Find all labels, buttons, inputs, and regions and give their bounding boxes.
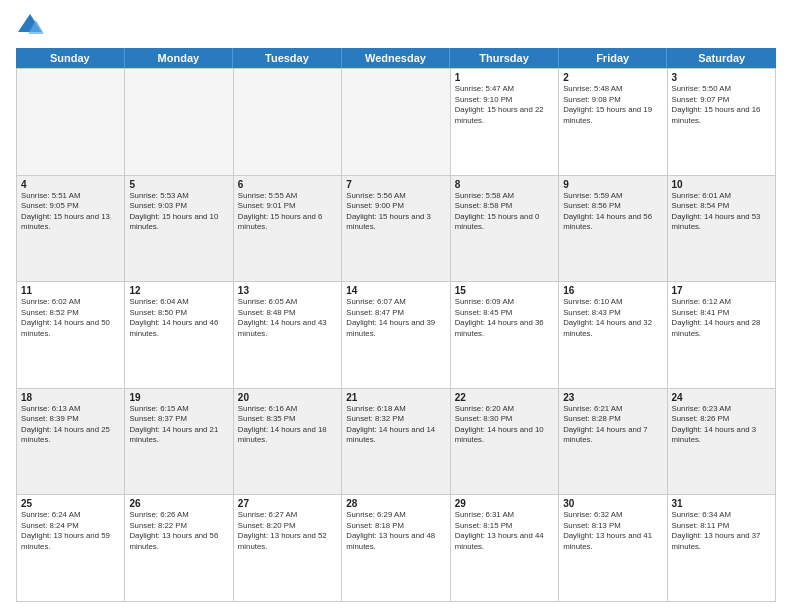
day-info: Sunrise: 5:53 AM Sunset: 9:03 PM Dayligh…	[129, 191, 228, 233]
day-number: 27	[238, 498, 337, 509]
day-number: 5	[129, 179, 228, 190]
calendar-cell: 13Sunrise: 6:05 AM Sunset: 8:48 PM Dayli…	[234, 282, 342, 389]
day-number: 2	[563, 72, 662, 83]
day-info: Sunrise: 6:29 AM Sunset: 8:18 PM Dayligh…	[346, 510, 445, 552]
day-info: Sunrise: 6:02 AM Sunset: 8:52 PM Dayligh…	[21, 297, 120, 339]
day-number: 28	[346, 498, 445, 509]
header	[16, 12, 776, 40]
calendar-cell: 26Sunrise: 6:26 AM Sunset: 8:22 PM Dayli…	[125, 495, 233, 602]
day-number: 31	[672, 498, 771, 509]
day-number: 11	[21, 285, 120, 296]
day-number: 8	[455, 179, 554, 190]
logo	[16, 12, 48, 40]
day-number: 19	[129, 392, 228, 403]
calendar: SundayMondayTuesdayWednesdayThursdayFrid…	[16, 48, 776, 602]
day-info: Sunrise: 6:31 AM Sunset: 8:15 PM Dayligh…	[455, 510, 554, 552]
day-number: 25	[21, 498, 120, 509]
day-number: 10	[672, 179, 771, 190]
calendar-cell: 29Sunrise: 6:31 AM Sunset: 8:15 PM Dayli…	[451, 495, 559, 602]
calendar-cell	[342, 69, 450, 176]
calendar-cell: 27Sunrise: 6:27 AM Sunset: 8:20 PM Dayli…	[234, 495, 342, 602]
calendar-cell: 4Sunrise: 5:51 AM Sunset: 9:05 PM Daylig…	[17, 176, 125, 283]
day-info: Sunrise: 6:18 AM Sunset: 8:32 PM Dayligh…	[346, 404, 445, 446]
calendar-row: 25Sunrise: 6:24 AM Sunset: 8:24 PM Dayli…	[17, 495, 776, 602]
day-info: Sunrise: 6:24 AM Sunset: 8:24 PM Dayligh…	[21, 510, 120, 552]
day-info: Sunrise: 6:10 AM Sunset: 8:43 PM Dayligh…	[563, 297, 662, 339]
calendar-cell	[234, 69, 342, 176]
cal-header-day: Thursday	[450, 48, 559, 68]
day-info: Sunrise: 6:04 AM Sunset: 8:50 PM Dayligh…	[129, 297, 228, 339]
day-info: Sunrise: 6:13 AM Sunset: 8:39 PM Dayligh…	[21, 404, 120, 446]
day-info: Sunrise: 6:32 AM Sunset: 8:13 PM Dayligh…	[563, 510, 662, 552]
day-number: 14	[346, 285, 445, 296]
day-info: Sunrise: 6:20 AM Sunset: 8:30 PM Dayligh…	[455, 404, 554, 446]
day-info: Sunrise: 5:48 AM Sunset: 9:08 PM Dayligh…	[563, 84, 662, 126]
day-number: 17	[672, 285, 771, 296]
day-number: 29	[455, 498, 554, 509]
cal-header-day: Wednesday	[342, 48, 451, 68]
day-number: 1	[455, 72, 554, 83]
calendar-cell: 15Sunrise: 6:09 AM Sunset: 8:45 PM Dayli…	[451, 282, 559, 389]
calendar-row: 18Sunrise: 6:13 AM Sunset: 8:39 PM Dayli…	[17, 389, 776, 496]
calendar-cell: 8Sunrise: 5:58 AM Sunset: 8:58 PM Daylig…	[451, 176, 559, 283]
day-info: Sunrise: 5:55 AM Sunset: 9:01 PM Dayligh…	[238, 191, 337, 233]
day-number: 15	[455, 285, 554, 296]
day-info: Sunrise: 5:47 AM Sunset: 9:10 PM Dayligh…	[455, 84, 554, 126]
day-number: 30	[563, 498, 662, 509]
cal-header-day: Tuesday	[233, 48, 342, 68]
page: SundayMondayTuesdayWednesdayThursdayFrid…	[0, 0, 792, 612]
calendar-cell: 30Sunrise: 6:32 AM Sunset: 8:13 PM Dayli…	[559, 495, 667, 602]
calendar-cell: 5Sunrise: 5:53 AM Sunset: 9:03 PM Daylig…	[125, 176, 233, 283]
day-number: 7	[346, 179, 445, 190]
day-info: Sunrise: 5:59 AM Sunset: 8:56 PM Dayligh…	[563, 191, 662, 233]
day-number: 18	[21, 392, 120, 403]
day-info: Sunrise: 6:16 AM Sunset: 8:35 PM Dayligh…	[238, 404, 337, 446]
day-info: Sunrise: 6:21 AM Sunset: 8:28 PM Dayligh…	[563, 404, 662, 446]
day-info: Sunrise: 6:23 AM Sunset: 8:26 PM Dayligh…	[672, 404, 771, 446]
calendar-header: SundayMondayTuesdayWednesdayThursdayFrid…	[16, 48, 776, 68]
calendar-body: 1Sunrise: 5:47 AM Sunset: 9:10 PM Daylig…	[16, 68, 776, 602]
day-info: Sunrise: 5:56 AM Sunset: 9:00 PM Dayligh…	[346, 191, 445, 233]
calendar-cell: 12Sunrise: 6:04 AM Sunset: 8:50 PM Dayli…	[125, 282, 233, 389]
day-info: Sunrise: 6:15 AM Sunset: 8:37 PM Dayligh…	[129, 404, 228, 446]
day-number: 3	[672, 72, 771, 83]
day-info: Sunrise: 5:51 AM Sunset: 9:05 PM Dayligh…	[21, 191, 120, 233]
day-info: Sunrise: 6:07 AM Sunset: 8:47 PM Dayligh…	[346, 297, 445, 339]
day-info: Sunrise: 6:27 AM Sunset: 8:20 PM Dayligh…	[238, 510, 337, 552]
calendar-cell: 17Sunrise: 6:12 AM Sunset: 8:41 PM Dayli…	[668, 282, 776, 389]
cal-header-day: Monday	[125, 48, 234, 68]
cal-header-day: Sunday	[16, 48, 125, 68]
calendar-cell: 21Sunrise: 6:18 AM Sunset: 8:32 PM Dayli…	[342, 389, 450, 496]
day-info: Sunrise: 6:12 AM Sunset: 8:41 PM Dayligh…	[672, 297, 771, 339]
day-info: Sunrise: 6:09 AM Sunset: 8:45 PM Dayligh…	[455, 297, 554, 339]
day-number: 22	[455, 392, 554, 403]
day-info: Sunrise: 6:01 AM Sunset: 8:54 PM Dayligh…	[672, 191, 771, 233]
calendar-cell	[125, 69, 233, 176]
logo-icon	[16, 12, 44, 40]
calendar-cell: 9Sunrise: 5:59 AM Sunset: 8:56 PM Daylig…	[559, 176, 667, 283]
calendar-cell: 6Sunrise: 5:55 AM Sunset: 9:01 PM Daylig…	[234, 176, 342, 283]
calendar-cell: 2Sunrise: 5:48 AM Sunset: 9:08 PM Daylig…	[559, 69, 667, 176]
calendar-cell: 22Sunrise: 6:20 AM Sunset: 8:30 PM Dayli…	[451, 389, 559, 496]
day-info: Sunrise: 5:50 AM Sunset: 9:07 PM Dayligh…	[672, 84, 771, 126]
calendar-cell: 19Sunrise: 6:15 AM Sunset: 8:37 PM Dayli…	[125, 389, 233, 496]
day-number: 9	[563, 179, 662, 190]
calendar-cell: 3Sunrise: 5:50 AM Sunset: 9:07 PM Daylig…	[668, 69, 776, 176]
day-info: Sunrise: 6:05 AM Sunset: 8:48 PM Dayligh…	[238, 297, 337, 339]
calendar-cell: 16Sunrise: 6:10 AM Sunset: 8:43 PM Dayli…	[559, 282, 667, 389]
day-number: 23	[563, 392, 662, 403]
calendar-cell: 23Sunrise: 6:21 AM Sunset: 8:28 PM Dayli…	[559, 389, 667, 496]
day-number: 24	[672, 392, 771, 403]
day-info: Sunrise: 6:34 AM Sunset: 8:11 PM Dayligh…	[672, 510, 771, 552]
day-number: 13	[238, 285, 337, 296]
day-number: 26	[129, 498, 228, 509]
calendar-cell	[17, 69, 125, 176]
day-number: 4	[21, 179, 120, 190]
day-info: Sunrise: 6:26 AM Sunset: 8:22 PM Dayligh…	[129, 510, 228, 552]
calendar-cell: 28Sunrise: 6:29 AM Sunset: 8:18 PM Dayli…	[342, 495, 450, 602]
day-info: Sunrise: 5:58 AM Sunset: 8:58 PM Dayligh…	[455, 191, 554, 233]
calendar-row: 1Sunrise: 5:47 AM Sunset: 9:10 PM Daylig…	[17, 69, 776, 176]
calendar-cell: 31Sunrise: 6:34 AM Sunset: 8:11 PM Dayli…	[668, 495, 776, 602]
day-number: 21	[346, 392, 445, 403]
day-number: 20	[238, 392, 337, 403]
